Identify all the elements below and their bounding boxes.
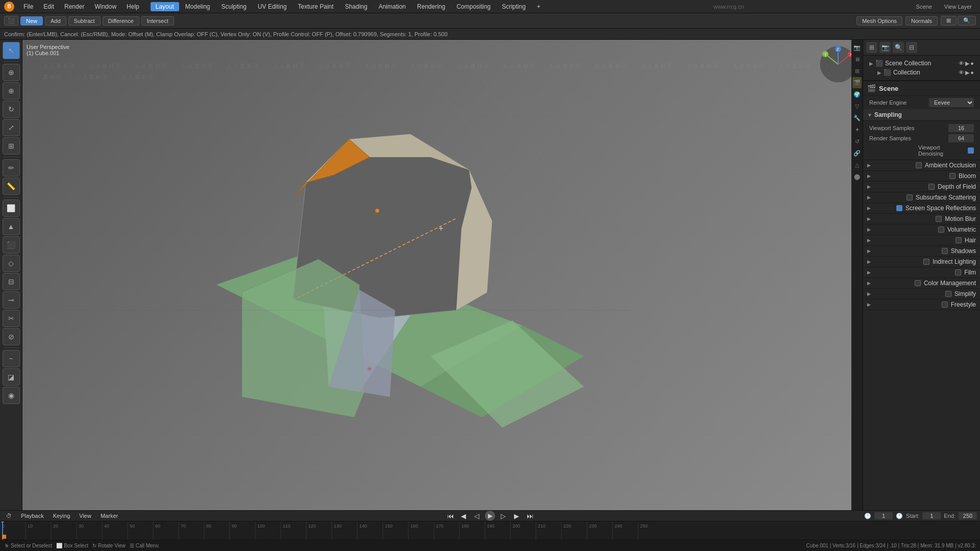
section-checkbox-freestyle[interactable] — [942, 302, 948, 308]
tool-move[interactable]: ⊕ — [3, 82, 20, 99]
tool-subtract[interactable]: Subtract — [68, 16, 101, 26]
current-frame-input[interactable] — [874, 512, 893, 519]
jump-end-btn[interactable]: ⏭ — [525, 511, 535, 521]
prev-frame-btn[interactable]: ◀ — [458, 511, 469, 521]
next-frame-btn[interactable]: ▶ — [511, 511, 522, 521]
prop-icon-scene-render[interactable]: 📷 — [852, 42, 862, 53]
jump-start-btn[interactable]: ⏮ — [445, 511, 455, 521]
tool-loop-cut[interactable]: ⊟ — [3, 273, 20, 290]
collection-dot-icon[interactable]: ● — [970, 69, 974, 76]
tool-annotate[interactable]: ✏ — [3, 159, 20, 177]
section-row-cm[interactable]: ▶ Color Management — [863, 278, 980, 288]
tool-new[interactable]: New — [20, 16, 43, 26]
tool-rotate[interactable]: ↻ — [3, 101, 20, 118]
section-row-il[interactable]: ▶ Indirect Lighting — [863, 257, 980, 267]
tool-inset[interactable]: ⬛ — [3, 236, 20, 254]
tool-bisect[interactable]: ⊘ — [3, 328, 20, 345]
menu-file[interactable]: File — [18, 2, 38, 11]
viewport-denoising-checkbox[interactable] — [968, 147, 974, 154]
workspace-tab-uv[interactable]: UV Editing — [253, 2, 292, 11]
view-filter-icon[interactable]: ⊞ — [941, 16, 957, 26]
keying-btn[interactable]: Keying — [50, 513, 74, 519]
mesh-options-btn[interactable]: Mesh Options — [856, 16, 902, 26]
playback-btn[interactable]: Playback — [18, 513, 47, 519]
tool-shear[interactable]: ◪ — [3, 368, 20, 386]
prop-icon-world[interactable]: 🌍 — [852, 89, 862, 100]
normals-btn[interactable]: Normals — [905, 16, 938, 26]
view-layer-selector[interactable]: View Layer — [940, 3, 976, 11]
panel-icon-4[interactable]: ⊟ — [906, 42, 917, 53]
workspace-tab-modeling[interactable]: Modeling — [180, 2, 215, 11]
view-btn[interactable]: View — [76, 513, 94, 519]
next-keyframe-btn[interactable]: ▷ — [498, 511, 508, 521]
tool-transform[interactable]: ⊞ — [3, 137, 20, 155]
section-checkbox-bloom[interactable] — [949, 173, 955, 179]
arrow-icon[interactable]: ▶ — [965, 60, 969, 67]
search-icon[interactable]: 🔍 — [958, 16, 976, 26]
tool-extrude[interactable]: ▲ — [3, 218, 20, 235]
tool-add[interactable]: Add — [45, 16, 66, 26]
tool-intersect[interactable]: Intersect — [141, 16, 174, 26]
viewport-samples-input[interactable]: 16 — [948, 124, 974, 132]
viewport-3d[interactable]: 人人素材区 人人素材区 人人素材区 人人素材区 人人素材区 人人素材区 人人素材… — [22, 40, 863, 510]
section-checkbox-sss[interactable] — [906, 194, 913, 201]
tool-edge-slide[interactable]: ⊸ — [3, 291, 20, 309]
prop-icon-view-layer[interactable]: ⊞ — [852, 65, 862, 77]
sampling-header[interactable]: ▼ Sampling — [863, 109, 980, 121]
section-checkbox-dof[interactable] — [928, 184, 935, 190]
render-engine-select[interactable]: Eevee Cycles Workbench — [929, 98, 974, 107]
tool-smooth[interactable]: ~ — [3, 350, 20, 367]
section-checkbox-simplify[interactable] — [945, 291, 951, 297]
workspace-tab-add[interactable]: + — [532, 2, 546, 11]
tool-difference[interactable]: Difference — [103, 16, 139, 26]
tool-add-cube[interactable]: ⬜ — [3, 199, 20, 217]
menu-window[interactable]: Window — [89, 2, 121, 11]
play-btn[interactable]: ▶ — [485, 511, 495, 521]
prop-icon-output[interactable]: 🖥 — [852, 54, 862, 65]
timeline-icon[interactable]: ⏱ — [3, 513, 15, 519]
section-row-shadows[interactable]: ▶ Shadows — [863, 246, 980, 256]
workspace-tab-texture[interactable]: Texture Paint — [293, 2, 339, 11]
section-row-simplify[interactable]: ▶ Simplify — [863, 289, 980, 299]
section-checkbox-ssr[interactable] — [896, 205, 902, 211]
section-checkbox-hair[interactable] — [955, 237, 962, 243]
prev-keyframe-btn[interactable]: ◁ — [472, 511, 482, 521]
tool-select[interactable]: ↖ — [3, 42, 20, 59]
start-frame-input[interactable] — [922, 512, 941, 519]
section-checkbox-ao[interactable] — [916, 162, 922, 168]
dot-icon[interactable]: ● — [970, 60, 974, 67]
section-checkbox-vol[interactable] — [938, 227, 944, 233]
collection-item[interactable]: ▶ ⬛ Collection 👁 ▶ ● — [867, 68, 976, 77]
section-row-freestyle[interactable]: ▶ Freestyle — [863, 299, 980, 310]
render-samples-input[interactable]: 64 — [948, 134, 974, 142]
workspace-tab-sculpting[interactable]: Sculpting — [216, 2, 252, 11]
prop-icon-scene[interactable]: 🎬 — [852, 77, 862, 88]
tool-shrink[interactable]: ◉ — [3, 387, 20, 404]
workspace-tab-scripting[interactable]: Scripting — [497, 2, 531, 11]
workspace-tab-compositing[interactable]: Compositing — [451, 2, 496, 11]
prop-icon-physics[interactable]: ↺ — [852, 136, 862, 147]
section-row-ao[interactable]: ▶ Ambient Occlusion — [863, 160, 980, 170]
prop-icon-material[interactable]: ⬤ — [852, 171, 862, 182]
marker-btn[interactable]: Marker — [97, 513, 121, 519]
tool-scale[interactable]: ⤢ — [3, 119, 20, 136]
tool-knife[interactable]: ✂ — [3, 310, 20, 327]
workspace-tab-layout[interactable]: Layout — [151, 2, 179, 11]
section-row-sss[interactable]: ▶ Subsurface Scattering — [863, 192, 980, 203]
scene-collection-header[interactable]: ▶ ⬛ Scene Collection 👁 ▶ ● — [867, 59, 976, 68]
workspace-tab-shading[interactable]: Shading — [340, 2, 373, 11]
menu-help[interactable]: Help — [121, 2, 144, 11]
menu-edit[interactable]: Edit — [38, 2, 59, 11]
section-checkbox-il[interactable] — [923, 259, 929, 265]
panel-icon-1[interactable]: ⊞ — [866, 42, 877, 53]
section-row-mb[interactable]: ▶ Motion Blur — [863, 214, 980, 224]
prop-icon-data[interactable]: △ — [852, 159, 862, 170]
section-row-ssr[interactable]: ▶ Screen Space Reflections — [863, 203, 980, 213]
tool-bevel[interactable]: ◇ — [3, 255, 20, 272]
panel-icon-3[interactable]: 🔍 — [893, 42, 904, 53]
menu-render[interactable]: Render — [59, 2, 89, 11]
collection-eye-icon[interactable]: 👁 — [959, 69, 964, 76]
section-row-dof[interactable]: ▶ Depth of Field — [863, 182, 980, 192]
tool-measure[interactable]: 📏 — [3, 178, 20, 195]
workspace-tab-rendering[interactable]: Rendering — [412, 2, 450, 11]
